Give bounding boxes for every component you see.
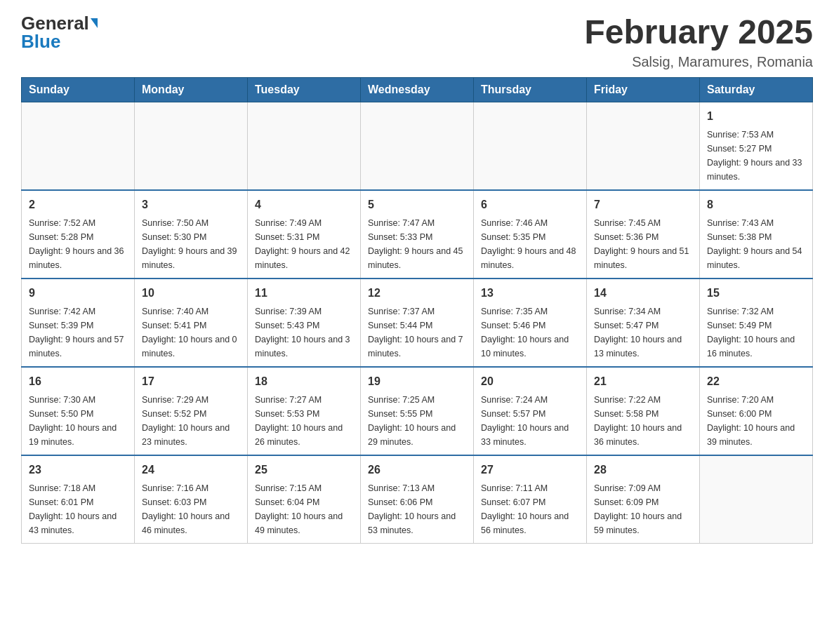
calendar-day-cell: 21Sunrise: 7:22 AMSunset: 5:58 PMDayligh… — [587, 367, 700, 455]
calendar-day-cell — [587, 102, 700, 190]
day-number: 1 — [707, 108, 805, 125]
day-of-week-header: Sunday — [22, 77, 135, 102]
day-of-week-header: Monday — [135, 77, 248, 102]
calendar-day-cell — [474, 102, 587, 190]
calendar-day-cell — [135, 102, 248, 190]
day-of-week-header: Wednesday — [361, 77, 474, 102]
day-info: Sunrise: 7:29 AMSunset: 5:52 PMDaylight:… — [142, 393, 240, 449]
calendar-table: SundayMondayTuesdayWednesdayThursdayFrid… — [21, 77, 813, 544]
calendar-day-cell: 26Sunrise: 7:13 AMSunset: 6:06 PMDayligh… — [361, 455, 474, 544]
calendar-day-cell — [248, 102, 361, 190]
calendar-week-row: 2Sunrise: 7:52 AMSunset: 5:28 PMDaylight… — [22, 190, 813, 279]
day-number: 9 — [29, 285, 127, 302]
day-info: Sunrise: 7:18 AMSunset: 6:01 PMDaylight:… — [29, 481, 127, 537]
month-title: February 2025 — [584, 14, 813, 51]
day-info: Sunrise: 7:45 AMSunset: 5:36 PMDaylight:… — [594, 216, 692, 272]
calendar-day-cell: 23Sunrise: 7:18 AMSunset: 6:01 PMDayligh… — [22, 455, 135, 544]
day-number: 28 — [594, 462, 692, 478]
calendar-day-cell: 24Sunrise: 7:16 AMSunset: 6:03 PMDayligh… — [135, 455, 248, 544]
day-number: 23 — [29, 462, 127, 478]
day-number: 27 — [481, 462, 579, 478]
day-info: Sunrise: 7:52 AMSunset: 5:28 PMDaylight:… — [29, 216, 127, 272]
logo-general-text: General — [21, 14, 89, 32]
calendar-day-cell: 28Sunrise: 7:09 AMSunset: 6:09 PMDayligh… — [587, 455, 700, 544]
day-number: 12 — [368, 285, 466, 302]
day-number: 3 — [142, 196, 240, 213]
day-number: 21 — [594, 373, 692, 390]
day-number: 25 — [255, 462, 353, 478]
logo: General Blue — [21, 14, 98, 51]
day-info: Sunrise: 7:32 AMSunset: 5:49 PMDaylight:… — [707, 304, 805, 361]
day-number: 19 — [368, 373, 466, 390]
day-number: 11 — [255, 285, 353, 302]
calendar-day-cell: 17Sunrise: 7:29 AMSunset: 5:52 PMDayligh… — [135, 367, 248, 455]
calendar-week-row: 1Sunrise: 7:53 AMSunset: 5:27 PMDaylight… — [22, 102, 813, 190]
day-info: Sunrise: 7:24 AMSunset: 5:57 PMDaylight:… — [481, 393, 579, 449]
calendar-day-cell: 12Sunrise: 7:37 AMSunset: 5:44 PMDayligh… — [361, 279, 474, 367]
day-number: 4 — [255, 196, 353, 213]
logo-blue-text: Blue — [21, 32, 60, 51]
calendar-day-cell: 15Sunrise: 7:32 AMSunset: 5:49 PMDayligh… — [700, 279, 813, 367]
day-number: 8 — [707, 196, 805, 213]
day-number: 16 — [29, 373, 127, 390]
calendar-week-row: 16Sunrise: 7:30 AMSunset: 5:50 PMDayligh… — [22, 367, 813, 455]
day-of-week-header: Friday — [587, 77, 700, 102]
calendar-day-cell — [22, 102, 135, 190]
day-info: Sunrise: 7:43 AMSunset: 5:38 PMDaylight:… — [707, 216, 805, 272]
calendar-day-cell: 5Sunrise: 7:47 AMSunset: 5:33 PMDaylight… — [361, 190, 474, 279]
day-number: 17 — [142, 373, 240, 390]
calendar-day-cell: 16Sunrise: 7:30 AMSunset: 5:50 PMDayligh… — [22, 367, 135, 455]
day-number: 7 — [594, 196, 692, 213]
title-block: February 2025 Salsig, Maramures, Romania — [584, 14, 813, 70]
calendar-day-cell — [700, 455, 813, 544]
calendar-day-cell: 2Sunrise: 7:52 AMSunset: 5:28 PMDaylight… — [22, 190, 135, 279]
calendar-day-cell — [361, 102, 474, 190]
calendar-day-cell: 18Sunrise: 7:27 AMSunset: 5:53 PMDayligh… — [248, 367, 361, 455]
day-of-week-header: Thursday — [474, 77, 587, 102]
day-number: 13 — [481, 285, 579, 302]
day-number: 15 — [707, 285, 805, 302]
day-info: Sunrise: 7:30 AMSunset: 5:50 PMDaylight:… — [29, 393, 127, 449]
calendar-day-cell: 9Sunrise: 7:42 AMSunset: 5:39 PMDaylight… — [22, 279, 135, 367]
calendar-day-cell: 13Sunrise: 7:35 AMSunset: 5:46 PMDayligh… — [474, 279, 587, 367]
day-info: Sunrise: 7:46 AMSunset: 5:35 PMDaylight:… — [481, 216, 579, 272]
day-info: Sunrise: 7:47 AMSunset: 5:33 PMDaylight:… — [368, 216, 466, 272]
day-info: Sunrise: 7:27 AMSunset: 5:53 PMDaylight:… — [255, 393, 353, 449]
calendar-day-cell: 10Sunrise: 7:40 AMSunset: 5:41 PMDayligh… — [135, 279, 248, 367]
calendar-day-cell: 20Sunrise: 7:24 AMSunset: 5:57 PMDayligh… — [474, 367, 587, 455]
day-info: Sunrise: 7:20 AMSunset: 6:00 PMDaylight:… — [707, 393, 805, 449]
calendar-day-cell: 8Sunrise: 7:43 AMSunset: 5:38 PMDaylight… — [700, 190, 813, 279]
day-of-week-header: Tuesday — [248, 77, 361, 102]
calendar-day-cell: 19Sunrise: 7:25 AMSunset: 5:55 PMDayligh… — [361, 367, 474, 455]
day-info: Sunrise: 7:13 AMSunset: 6:06 PMDaylight:… — [368, 481, 466, 537]
day-info: Sunrise: 7:11 AMSunset: 6:07 PMDaylight:… — [481, 481, 579, 537]
day-info: Sunrise: 7:16 AMSunset: 6:03 PMDaylight:… — [142, 481, 240, 537]
day-info: Sunrise: 7:09 AMSunset: 6:09 PMDaylight:… — [594, 481, 692, 537]
calendar-day-cell: 4Sunrise: 7:49 AMSunset: 5:31 PMDaylight… — [248, 190, 361, 279]
day-number: 2 — [29, 196, 127, 213]
calendar-day-cell: 27Sunrise: 7:11 AMSunset: 6:07 PMDayligh… — [474, 455, 587, 544]
day-info: Sunrise: 7:53 AMSunset: 5:27 PMDaylight:… — [707, 128, 805, 184]
calendar-header-row: SundayMondayTuesdayWednesdayThursdayFrid… — [22, 77, 813, 102]
day-number: 18 — [255, 373, 353, 390]
day-info: Sunrise: 7:37 AMSunset: 5:44 PMDaylight:… — [368, 304, 466, 361]
day-number: 20 — [481, 373, 579, 390]
calendar-day-cell: 7Sunrise: 7:45 AMSunset: 5:36 PMDaylight… — [587, 190, 700, 279]
day-info: Sunrise: 7:15 AMSunset: 6:04 PMDaylight:… — [255, 481, 353, 537]
day-info: Sunrise: 7:34 AMSunset: 5:47 PMDaylight:… — [594, 304, 692, 361]
calendar-day-cell: 22Sunrise: 7:20 AMSunset: 6:00 PMDayligh… — [700, 367, 813, 455]
calendar-day-cell: 25Sunrise: 7:15 AMSunset: 6:04 PMDayligh… — [248, 455, 361, 544]
day-info: Sunrise: 7:35 AMSunset: 5:46 PMDaylight:… — [481, 304, 579, 361]
day-info: Sunrise: 7:25 AMSunset: 5:55 PMDaylight:… — [368, 393, 466, 449]
calendar-day-cell: 14Sunrise: 7:34 AMSunset: 5:47 PMDayligh… — [587, 279, 700, 367]
day-info: Sunrise: 7:40 AMSunset: 5:41 PMDaylight:… — [142, 304, 240, 361]
calendar-week-row: 23Sunrise: 7:18 AMSunset: 6:01 PMDayligh… — [22, 455, 813, 544]
day-info: Sunrise: 7:49 AMSunset: 5:31 PMDaylight:… — [255, 216, 353, 272]
calendar-day-cell: 3Sunrise: 7:50 AMSunset: 5:30 PMDaylight… — [135, 190, 248, 279]
day-info: Sunrise: 7:42 AMSunset: 5:39 PMDaylight:… — [29, 304, 127, 361]
day-info: Sunrise: 7:22 AMSunset: 5:58 PMDaylight:… — [594, 393, 692, 449]
day-number: 5 — [368, 196, 466, 213]
logo-arrow-icon — [91, 18, 98, 28]
calendar-day-cell: 6Sunrise: 7:46 AMSunset: 5:35 PMDaylight… — [474, 190, 587, 279]
day-info: Sunrise: 7:39 AMSunset: 5:43 PMDaylight:… — [255, 304, 353, 361]
